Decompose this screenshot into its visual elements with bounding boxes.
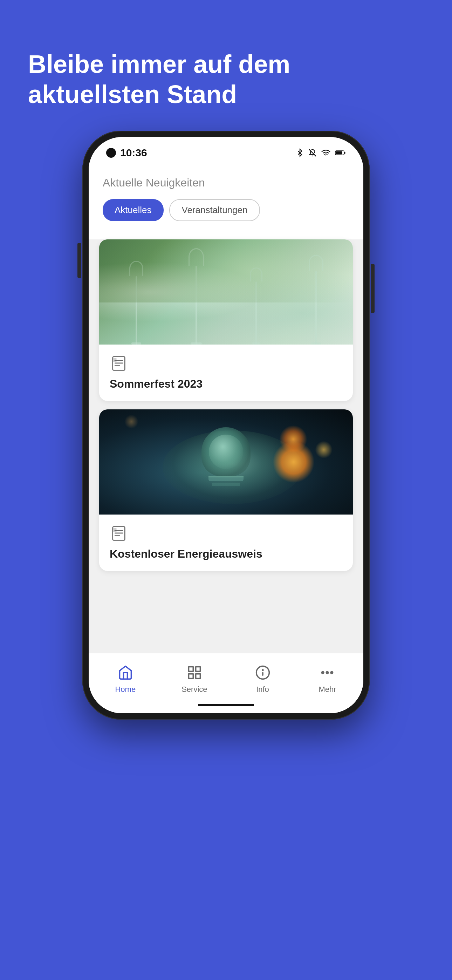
hero-section: Bleibe immer auf dem aktuellsten Stand — [0, 0, 452, 131]
status-time-container: 10:36 — [106, 147, 147, 159]
card-energieausweis-body: Kostenloser Energieausweis — [99, 514, 353, 571]
status-bar: 10:36 — [89, 137, 363, 162]
cards-container: Sommerfest 2023 — [89, 239, 363, 653]
svg-line-0 — [309, 149, 316, 156]
nav-home-label: Home — [115, 685, 135, 694]
card-energieausweis-image — [99, 409, 353, 514]
battery-icon — [335, 149, 346, 156]
more-icon — [318, 663, 337, 682]
svg-rect-14 — [188, 667, 193, 671]
nav-info[interactable]: Info — [246, 660, 279, 697]
svg-rect-17 — [188, 674, 193, 678]
filter-veranstaltungen[interactable]: Veranstaltungen — [169, 199, 260, 221]
card-sommerfest[interactable]: Sommerfest 2023 — [99, 239, 353, 401]
phone-shell: 10:36 — [82, 131, 370, 719]
app-content: Aktuelle Neuigkeiten Aktuelles Veranstal… — [89, 162, 363, 653]
home-indicator — [198, 704, 254, 706]
info-icon — [253, 663, 272, 682]
home-bar — [89, 700, 363, 713]
hero-title: Bleibe immer auf dem aktuellsten Stand — [28, 49, 424, 110]
svg-rect-2 — [344, 152, 345, 154]
svg-rect-13 — [113, 528, 117, 532]
nav-service-label: Service — [181, 685, 207, 694]
nav-mehr-label: Mehr — [318, 685, 336, 694]
wifi-icon — [321, 148, 330, 158]
status-time: 10:36 — [120, 147, 147, 159]
phone-screen: 10:36 — [89, 137, 363, 713]
bluetooth-icon — [296, 148, 304, 158]
svg-rect-16 — [196, 674, 200, 678]
svg-rect-8 — [113, 358, 117, 362]
svg-rect-3 — [336, 151, 342, 154]
card-energieausweis-title: Kostenloser Energieausweis — [110, 547, 342, 560]
nav-mehr[interactable]: Mehr — [311, 660, 344, 697]
section-title: Aktuelle Neuigkeiten — [103, 176, 349, 189]
svg-point-21 — [322, 671, 324, 674]
nav-home[interactable]: Home — [108, 660, 143, 697]
svg-rect-15 — [196, 667, 200, 671]
card-sommerfest-body: Sommerfest 2023 — [99, 345, 353, 401]
nav-info-label: Info — [256, 685, 269, 694]
status-icons — [296, 148, 346, 158]
card-sommerfest-title: Sommerfest 2023 — [110, 377, 342, 390]
phone-mockup: 10:36 — [82, 131, 370, 719]
bottom-nav: Home Service — [89, 653, 363, 700]
svg-point-23 — [331, 671, 333, 674]
grid-icon — [185, 663, 204, 682]
card-sommerfest-image — [99, 239, 353, 345]
card-energieausweis[interactable]: Kostenloser Energieausweis — [99, 409, 353, 571]
article-icon-sommerfest — [110, 354, 128, 372]
filter-aktuelles[interactable]: Aktuelles — [103, 199, 164, 221]
nav-service[interactable]: Service — [175, 660, 214, 697]
svg-point-22 — [326, 671, 329, 674]
filter-row: Aktuelles Veranstaltungen — [103, 199, 349, 221]
camera-icon — [106, 148, 116, 158]
app-header: Aktuelle Neuigkeiten Aktuelles Veranstal… — [89, 162, 363, 239]
bell-off-icon — [309, 148, 317, 158]
home-icon — [116, 663, 135, 682]
article-icon-energieausweis — [110, 524, 128, 542]
